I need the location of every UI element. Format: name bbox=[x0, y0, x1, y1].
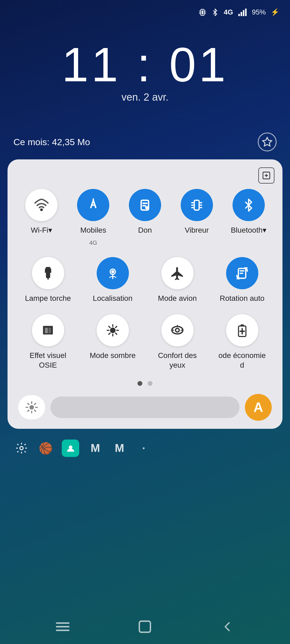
data-circle bbox=[129, 189, 161, 221]
svg-point-60 bbox=[69, 445, 72, 449]
svg-rect-10 bbox=[243, 10, 244, 16]
svg-rect-11 bbox=[245, 9, 247, 16]
svg-line-57 bbox=[28, 410, 29, 411]
svg-point-32 bbox=[110, 327, 115, 333]
brightness-slider[interactable] bbox=[50, 397, 240, 418]
osie-circle bbox=[32, 314, 64, 346]
svg-line-55 bbox=[28, 403, 29, 405]
notif-m1-icon[interactable]: M bbox=[87, 440, 103, 456]
notification-icons-bar: 🏀 M M • bbox=[0, 434, 290, 462]
mobile-sublabel: 4G bbox=[89, 239, 97, 246]
wifi-circle bbox=[25, 189, 57, 221]
dot-1[interactable] bbox=[137, 381, 142, 386]
svg-line-58 bbox=[34, 403, 36, 405]
data-label: Don bbox=[138, 225, 152, 235]
svg-rect-24 bbox=[46, 272, 50, 277]
mobile-circle bbox=[77, 189, 109, 221]
data-usage-bar: Ce mois: 42,35 Mo bbox=[0, 125, 290, 159]
status-bar: 4G 95% ⚡ bbox=[0, 0, 290, 19]
svg-rect-8 bbox=[238, 14, 240, 16]
eyecomfort-circle bbox=[161, 314, 194, 346]
svg-point-42 bbox=[176, 328, 179, 332]
svg-point-27 bbox=[112, 271, 114, 273]
dot-2[interactable] bbox=[148, 381, 153, 386]
svg-line-39 bbox=[109, 333, 110, 334]
airplane-label: Mode avion bbox=[158, 294, 197, 303]
notif-dot-icon[interactable]: • bbox=[136, 440, 152, 456]
status-icons: 4G 95% ⚡ bbox=[198, 8, 279, 16]
avatar-button[interactable]: A bbox=[245, 394, 272, 421]
nav-back-button[interactable] bbox=[218, 617, 237, 636]
nav-home-button[interactable] bbox=[136, 617, 154, 636]
svg-line-56 bbox=[34, 410, 36, 411]
svg-rect-64 bbox=[139, 621, 150, 632]
svg-rect-17 bbox=[194, 200, 199, 210]
torch-circle bbox=[32, 257, 64, 289]
bottom-navigation bbox=[0, 609, 290, 644]
brightness-icon-wrap bbox=[18, 395, 45, 419]
darkmode-label: Mode sombre bbox=[90, 351, 136, 360]
data-usage-label: Ce mois: 42,35 Mo bbox=[13, 137, 90, 147]
toggle-eyecomfort[interactable]: Confort des yeux bbox=[151, 314, 204, 370]
svg-line-37 bbox=[109, 326, 110, 328]
toggle-vibrate[interactable]: Vibreur bbox=[171, 189, 223, 235]
svg-point-59 bbox=[20, 447, 23, 450]
avatar-label: A bbox=[253, 400, 263, 415]
bluetooth-circle bbox=[233, 189, 265, 221]
darkmode-circle bbox=[97, 314, 129, 346]
toggle-wifi[interactable]: Wi-Fi▾ bbox=[16, 189, 67, 235]
mobile-label: Mobiles bbox=[80, 225, 106, 235]
brightness-fill bbox=[50, 397, 154, 418]
bluetooth-status-icon bbox=[211, 9, 219, 16]
toggle-torch[interactable]: Lampe torche bbox=[21, 257, 75, 303]
notif-ball-icon[interactable]: 🏀 bbox=[38, 440, 54, 456]
svg-rect-30 bbox=[45, 328, 48, 334]
nav-menu-button[interactable] bbox=[53, 617, 72, 636]
rotation-circle bbox=[226, 257, 258, 289]
eyecomfort-label: Confort des yeux bbox=[151, 351, 204, 370]
battery-icon: ⚡ bbox=[271, 8, 279, 16]
osie-label: Effet visuelOSIE bbox=[30, 351, 66, 370]
toggle-rotation[interactable]: Rotation auto bbox=[215, 257, 269, 303]
toggle-location[interactable]: Localisation bbox=[86, 257, 140, 303]
toggle-darkmode[interactable]: Mode sombre bbox=[86, 314, 140, 360]
clock-time: 11 : 01 bbox=[0, 41, 290, 89]
notif-settings-icon[interactable] bbox=[13, 440, 30, 456]
svg-point-50 bbox=[30, 405, 34, 409]
toggle-row-1: Wi-Fi▾ Mobiles 4G Do bbox=[16, 189, 274, 246]
svg-point-16 bbox=[146, 207, 148, 208]
brightness-area: A bbox=[16, 394, 274, 421]
signal-text: 4G bbox=[224, 8, 233, 16]
toggle-battery-saver[interactable]: ode économie d bbox=[215, 314, 269, 370]
toggle-row-3: Effet visuelOSIE Mode sombre bbox=[16, 314, 274, 370]
svg-line-38 bbox=[115, 333, 117, 334]
signal-bars-icon bbox=[238, 9, 247, 16]
battery-saver-label: ode économie d bbox=[217, 351, 268, 370]
rotation-label: Rotation auto bbox=[220, 294, 264, 303]
notif-teal-icon[interactable] bbox=[62, 440, 79, 457]
toggle-data[interactable]: Don bbox=[119, 189, 171, 235]
toggle-bluetooth[interactable]: Bluetooth▾ bbox=[223, 189, 274, 235]
airplane-circle bbox=[161, 257, 194, 289]
svg-rect-47 bbox=[241, 324, 244, 327]
edit-panel-button[interactable] bbox=[258, 167, 274, 184]
clock-date: ven. 2 avr. bbox=[0, 92, 290, 103]
svg-rect-31 bbox=[49, 328, 51, 334]
battery-saver-circle bbox=[226, 314, 258, 346]
toggle-osie[interactable]: Effet visuelOSIE bbox=[21, 314, 75, 370]
quick-settings-panel: Wi-Fi▾ Mobiles 4G Do bbox=[8, 159, 282, 429]
vibrate-circle bbox=[181, 189, 213, 221]
toggle-airplane[interactable]: Mode avion bbox=[151, 257, 204, 303]
bluetooth-label: Bluetooth▾ bbox=[231, 225, 266, 235]
clock-area: 11 : 01 ven. 2 avr. bbox=[0, 41, 290, 103]
svg-point-13 bbox=[41, 209, 42, 210]
notif-m2-icon[interactable]: M bbox=[111, 440, 128, 456]
svg-rect-1 bbox=[202, 10, 203, 14]
pagination-dots bbox=[16, 381, 274, 386]
toggle-mobile[interactable]: Mobiles 4G bbox=[67, 189, 119, 246]
settings-hex-icon[interactable] bbox=[258, 133, 277, 151]
vibrate-icon bbox=[198, 8, 206, 16]
svg-rect-9 bbox=[241, 12, 242, 16]
location-circle bbox=[97, 257, 129, 289]
wifi-label: Wi-Fi▾ bbox=[31, 225, 52, 235]
